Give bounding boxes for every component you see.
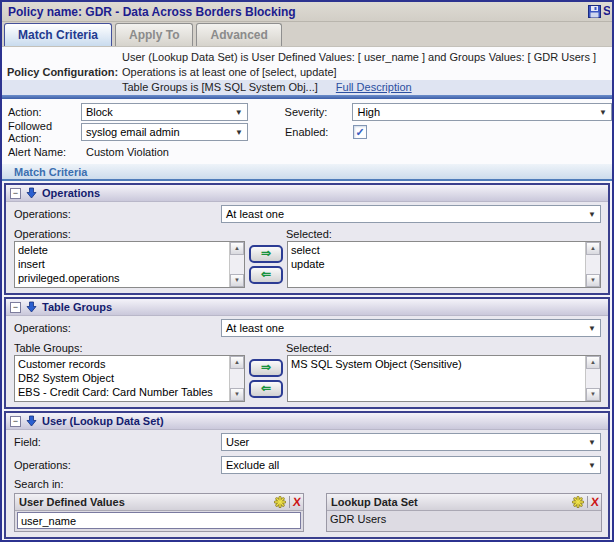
list-item[interactable]: insert: [18, 257, 227, 271]
collapse-icon[interactable]: −: [10, 188, 21, 199]
tab-apply-to[interactable]: Apply To: [115, 23, 193, 46]
save-button[interactable]: S: [588, 4, 610, 18]
scroll-up-icon[interactable]: ▲: [230, 356, 244, 369]
field-dropdown[interactable]: User ▼: [221, 433, 601, 451]
followed-action-dropdown[interactable]: syslog email admin ▼: [81, 123, 248, 141]
down-arrow-icon: [26, 415, 37, 427]
move-right-button[interactable]: ⇒: [249, 245, 283, 263]
chevron-down-icon: ▼: [588, 460, 596, 471]
user-operations-row: Operations: Exclude all ▼: [6, 453, 608, 476]
list-item[interactable]: delete: [18, 243, 227, 257]
table-groups-available-label: Table Groups:: [14, 342, 286, 354]
operations-selected-label: Selected:: [286, 228, 332, 240]
delete-x-icon[interactable]: X: [292, 496, 301, 508]
full-description-link[interactable]: Full Description: [336, 81, 412, 94]
operations-available-listbox[interactable]: delete insert privileged.operations ▲ ▼: [14, 241, 245, 288]
table-groups-lists-row: Customer records DB2 System Object EBS -…: [6, 354, 608, 407]
followed-action-row: Followed Action: syslog email admin ▼ En…: [2, 122, 612, 142]
move-left-button[interactable]: ⇐: [249, 266, 283, 284]
policy-editor-window: Policy name: GDR - Data Across Borders B…: [0, 0, 614, 542]
chevron-down-icon: ▼: [588, 323, 596, 334]
user-lookup-section-title: User (Lookup Data Set): [42, 415, 164, 427]
action-value: Block: [86, 106, 113, 118]
operations-mode-dropdown[interactable]: At least one ▼: [221, 205, 601, 223]
policy-config-line-1: User (Lookup Data Set) is User Defined V…: [2, 50, 612, 65]
list-item[interactable]: DB2 System Object: [18, 371, 227, 385]
user-defined-values-body: [15, 511, 303, 531]
section-user-lookup: − User (Lookup Data Set) Field: User ▼ O…: [4, 411, 610, 539]
chevron-down-icon: ▼: [588, 209, 596, 220]
icon-divider: [289, 496, 290, 508]
scroll-up-icon[interactable]: ▲: [230, 242, 244, 255]
chevron-down-icon: ▼: [235, 127, 243, 138]
scrollbar[interactable]: ▲ ▼: [229, 242, 244, 287]
lookup-data-set-header: Lookup Data Set: [327, 494, 601, 511]
policy-config-line-3: Table Groups is [MS SQL System Obj...] F…: [2, 80, 612, 95]
new-item-icon[interactable]: [572, 496, 584, 508]
down-arrow-icon: [26, 187, 37, 199]
save-floppy-icon: [588, 5, 601, 18]
lookup-data-set-title: Lookup Data Set: [331, 496, 572, 508]
user-defined-values-input[interactable]: [17, 512, 301, 529]
user-defined-values-panel: User Defined Values: [14, 493, 304, 532]
list-item[interactable]: update: [291, 257, 583, 271]
list-item[interactable]: EBS - Credit Card: Card Number Tables: [18, 385, 227, 399]
action-label: Action:: [8, 106, 81, 118]
chevron-down-icon: ▼: [599, 107, 607, 118]
operations-lists-row: delete insert privileged.operations ▲ ▼ …: [6, 240, 608, 293]
table-groups-mode-dropdown[interactable]: At least one ▼: [221, 319, 601, 337]
operations-section-title: Operations: [42, 187, 100, 199]
scroll-down-icon[interactable]: ▼: [586, 388, 600, 401]
list-item[interactable]: Customer records: [18, 357, 227, 371]
collapse-icon[interactable]: −: [10, 416, 21, 427]
field-row: Field: User ▼: [6, 430, 608, 453]
move-right-button[interactable]: ⇒: [249, 359, 283, 377]
scrollbar[interactable]: ▲ ▼: [585, 356, 600, 401]
title-bar: Policy name: GDR - Data Across Borders B…: [2, 2, 612, 22]
chevron-down-icon: ▼: [235, 107, 243, 118]
user-operations-dropdown[interactable]: Exclude all ▼: [221, 456, 601, 474]
severity-dropdown[interactable]: High ▼: [352, 103, 612, 121]
move-left-button[interactable]: ⇐: [249, 380, 283, 398]
scroll-down-icon[interactable]: ▼: [230, 388, 244, 401]
scrollbar[interactable]: ▲ ▼: [229, 356, 244, 401]
table-groups-mode-value: At least one: [226, 322, 284, 334]
action-dropdown[interactable]: Block ▼: [81, 103, 248, 121]
operations-selected-listbox[interactable]: select update ▲ ▼: [287, 241, 601, 288]
table-groups-available-listbox[interactable]: Customer records DB2 System Object EBS -…: [14, 355, 245, 402]
collapse-icon[interactable]: −: [10, 302, 21, 313]
scroll-down-icon[interactable]: ▼: [586, 274, 600, 287]
lookup-data-set-panel: Lookup Data Set: [326, 493, 602, 532]
operations-mode-value: At least one: [226, 208, 284, 220]
panel-header-icons: X: [572, 496, 599, 508]
tab-match-criteria[interactable]: Match Criteria: [4, 23, 112, 46]
followed-action-label: Followed Action:: [8, 120, 81, 144]
list-item[interactable]: select: [291, 243, 583, 257]
icon-divider: [587, 496, 588, 508]
save-label: S: [603, 4, 610, 18]
table-groups-selected-listbox[interactable]: MS SQL System Object (Sensitive) ▲ ▼: [287, 355, 601, 402]
operations-mode-label: Operations:: [14, 208, 221, 220]
severity-label: Severity:: [285, 106, 353, 118]
match-criteria-header: Match Criteria: [2, 164, 612, 181]
user-operations-label: Operations:: [14, 459, 221, 471]
section-table-groups: − Table Groups Operations: At least one …: [4, 297, 610, 409]
severity-value: High: [357, 106, 380, 118]
list-item[interactable]: privileged.operations: [18, 271, 227, 285]
followed-action-value: syslog email admin: [86, 126, 180, 138]
scrollbar[interactable]: ▲ ▼: [585, 242, 600, 287]
tab-advanced[interactable]: Advanced: [196, 23, 281, 46]
tab-strip: Match Criteria Apply To Advanced: [2, 22, 612, 47]
new-item-icon[interactable]: [274, 496, 286, 508]
list-item[interactable]: MS SQL System Object (Sensitive): [291, 357, 583, 371]
search-in-panels: User Defined Values: [6, 492, 608, 537]
delete-x-icon[interactable]: X: [590, 496, 599, 508]
table-groups-mode-row: Operations: At least one ▼: [6, 316, 608, 339]
enabled-label: Enabled:: [285, 126, 353, 138]
scroll-up-icon[interactable]: ▲: [586, 242, 600, 255]
enabled-checkbox[interactable]: ✓: [353, 125, 367, 139]
scroll-up-icon[interactable]: ▲: [586, 356, 600, 369]
section-operations: − Operations Operations: At least one ▼ …: [4, 183, 610, 295]
alert-name-row: Alert Name: Custom Violation: [2, 142, 612, 162]
scroll-down-icon[interactable]: ▼: [230, 274, 244, 287]
